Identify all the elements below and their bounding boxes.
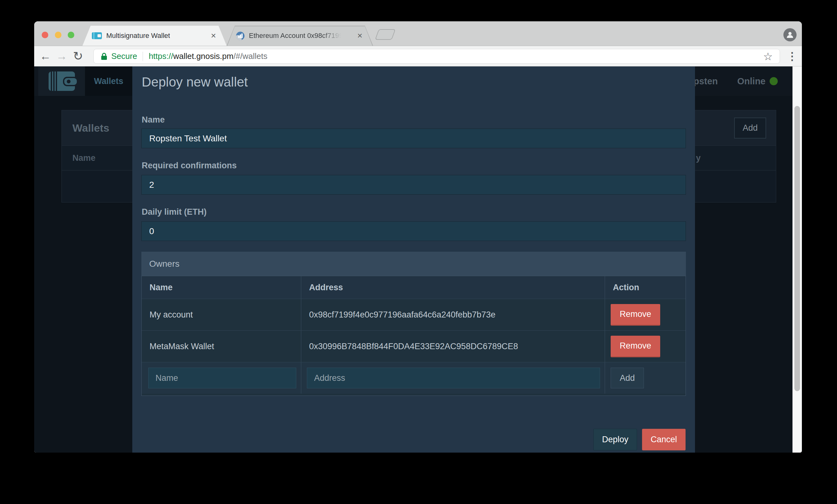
scrollbar-thumb[interactable]	[794, 106, 800, 391]
owners-col-name: Name	[142, 276, 301, 299]
add-owner-row: Add	[142, 362, 685, 394]
url-host: wallet.gnosis.pm	[173, 51, 233, 61]
owner-address: 0x98cf7199f4e0c977196aafa64c6a240febb7b7…	[301, 299, 605, 330]
remove-owner-button[interactable]: Remove	[611, 336, 660, 357]
owner-name: My account	[142, 299, 301, 330]
omnibox-divider	[143, 52, 143, 61]
column-header-fragment: y	[696, 146, 701, 170]
wallet-icon	[46, 71, 78, 92]
owners-col-action: Action	[605, 276, 685, 299]
tab-title: Multisignature Wallet	[106, 32, 170, 40]
deploy-button[interactable]: Deploy	[593, 429, 637, 450]
browser-window: Multisignature Wallet × Ethereum Account…	[34, 21, 802, 453]
close-window-button[interactable]	[42, 32, 48, 38]
owners-panel-header: Owners	[141, 252, 686, 276]
owner-row: MetaMask Wallet 0x30996B7848Bf844F0DA4E3…	[142, 330, 685, 362]
zoom-window-button[interactable]	[68, 32, 74, 38]
new-tab-button[interactable]	[375, 29, 396, 40]
back-button[interactable]: ←	[39, 46, 52, 66]
online-status-label: Online	[737, 76, 766, 87]
required-confirmations-input[interactable]	[141, 175, 686, 195]
column-header-name: Name	[72, 146, 95, 170]
online-status-dot	[770, 77, 778, 85]
owners-table: Name Address Action My account 0x98cf719…	[141, 276, 686, 396]
add-wallet-button[interactable]: Add	[734, 118, 766, 139]
owner-row: My account 0x98cf7199f4e0c977196aafa64c6…	[142, 299, 685, 330]
browser-menu-icon[interactable]: ⋮	[786, 46, 798, 66]
owners-col-address: Address	[301, 276, 605, 299]
page-content: Wallets Ropsten Online Wallets Add Name …	[34, 67, 802, 453]
tab-close-icon[interactable]: ×	[211, 31, 216, 40]
reload-button[interactable]: ↻	[71, 46, 85, 66]
minimize-window-button[interactable]	[55, 32, 61, 38]
new-owner-address-input[interactable]	[307, 368, 600, 388]
new-owner-name-input[interactable]	[148, 368, 296, 388]
wallet-favicon	[92, 32, 102, 39]
tab-multisignature-wallet[interactable]: Multisignature Wallet ×	[83, 26, 227, 46]
wallets-panel-title: Wallets	[72, 110, 109, 145]
add-owner-button[interactable]: Add	[611, 368, 644, 388]
etherscan-favicon	[236, 32, 245, 40]
scrollbar[interactable]	[793, 67, 802, 453]
gnosis-wallet-logo[interactable]	[38, 67, 85, 96]
deploy-new-wallet-modal: Deploy new wallet Name Required confirma…	[132, 67, 695, 453]
daily-limit-label: Daily limit (ETH)	[142, 207, 207, 217]
owner-name: MetaMask Wallet	[142, 331, 301, 362]
tab-title: Ethereum Account 0x98cf7199	[249, 32, 343, 40]
browser-toolbar: ← → ↻ Secure https://wallet.gnosis.pm/#/…	[34, 46, 802, 67]
tab-strip: Multisignature Wallet × Ethereum Account…	[34, 21, 802, 46]
url-path: /#/wallets	[234, 51, 267, 61]
cancel-button[interactable]: Cancel	[642, 429, 685, 450]
daily-limit-input[interactable]	[141, 221, 686, 241]
name-field-label: Name	[142, 115, 165, 125]
address-bar[interactable]: Secure https://wallet.gnosis.pm/#/wallet…	[93, 49, 780, 64]
bookmark-star-icon[interactable]: ☆	[763, 50, 773, 63]
modal-title: Deploy new wallet	[142, 75, 248, 90]
remove-owner-button[interactable]: Remove	[611, 304, 660, 326]
tab-ethereum-account[interactable]: Ethereum Account 0x98cf7199 ×	[227, 26, 373, 46]
owners-table-header-row: Name Address Action	[142, 276, 685, 299]
secure-label: Secure	[111, 51, 137, 61]
forward-button: →	[55, 46, 69, 66]
tab-close-icon[interactable]: ×	[357, 31, 362, 40]
sidebar-item-wallets[interactable]: Wallets	[85, 67, 132, 96]
secure-lock-icon	[101, 52, 108, 60]
wallet-name-input[interactable]	[141, 128, 686, 148]
profile-avatar-icon[interactable]	[783, 28, 797, 41]
owner-address: 0x30996B7848Bf844F0DA4E33E92AC958DC6789C…	[301, 331, 605, 362]
url-scheme: https://	[148, 51, 173, 61]
required-confirmations-label: Required confirmations	[142, 161, 237, 170]
